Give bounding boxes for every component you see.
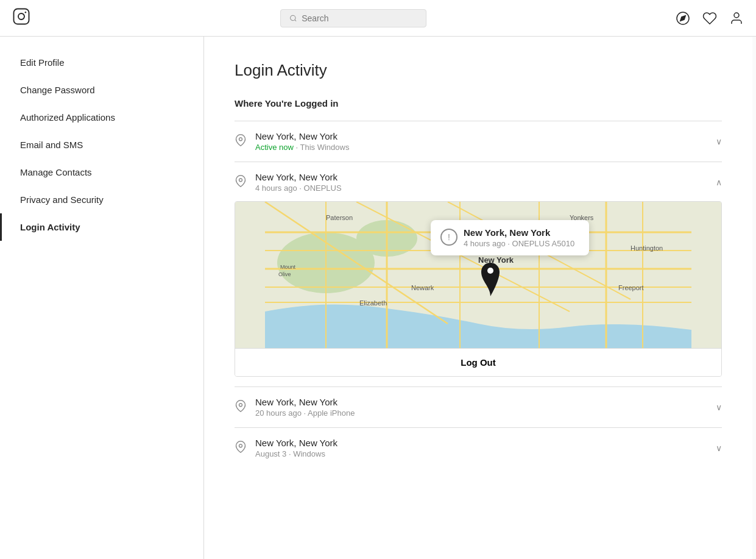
main-content: Login Activity Where You're Logged in Ne… [204, 37, 752, 559]
login-item-4: New York, New York August 3 · Windows ∨ [235, 427, 722, 468]
location-icon-2 [235, 175, 247, 190]
svg-point-8 [239, 137, 242, 140]
svg-point-3 [290, 15, 295, 20]
sidebar: Edit Profile Change Password Authorized … [0, 37, 204, 559]
svg-text:Olive: Olive [278, 271, 291, 277]
login-item-3: New York, New York 20 hours ago · Apple … [235, 386, 722, 427]
svg-point-39 [239, 444, 242, 447]
login-city-4: New York, New York [255, 438, 337, 448]
login-item-2: New York, New York 4 hours ago · ONEPLUS… [235, 162, 722, 386]
compass-icon-button[interactable] [676, 11, 690, 26]
login-sub-3: 20 hours ago · Apple iPhone [255, 408, 355, 418]
search-icon [289, 14, 297, 23]
svg-marker-6 [680, 15, 685, 20]
login-sub-2: 4 hours ago · ONEPLUS [255, 183, 342, 193]
tooltip-city: New York, New York [464, 227, 574, 238]
map-area: Paterson Yonkers Huntington New York New… [235, 202, 721, 348]
page-title: Login Activity [235, 61, 722, 80]
search-input[interactable] [302, 13, 417, 23]
nav-icons-group [676, 11, 744, 26]
svg-text:Elizabeth: Elizabeth [359, 299, 387, 307]
tooltip-sub: 4 hours ago · ONEPLUS A5010 [464, 239, 574, 248]
sidebar-item-authorized-applications[interactable]: Authorized Applications [0, 104, 203, 131]
svg-text:Huntington: Huntington [631, 244, 663, 252]
section-heading: Where You're Logged in [235, 98, 722, 109]
login-item-2-header[interactable]: New York, New York 4 hours ago · ONEPLUS… [235, 172, 722, 193]
svg-text:Freeport: Freeport [618, 284, 644, 291]
svg-point-2 [25, 11, 27, 13]
login-item-4-header[interactable]: New York, New York August 3 · Windows ∨ [235, 438, 722, 458]
top-navigation [0, 0, 756, 37]
instagram-logo[interactable] [12, 7, 30, 29]
svg-text:Newark: Newark [411, 284, 434, 291]
sidebar-item-change-password[interactable]: Change Password [0, 76, 203, 104]
svg-rect-11 [265, 330, 691, 348]
logout-button[interactable]: Log Out [235, 348, 721, 376]
svg-text:Mount: Mount [280, 264, 296, 270]
svg-point-1 [18, 13, 24, 20]
svg-point-9 [239, 178, 242, 181]
svg-text:New York: New York [478, 255, 514, 265]
heart-icon-button[interactable] [702, 11, 717, 26]
svg-text:Paterson: Paterson [326, 214, 353, 221]
login-city-2: New York, New York [255, 172, 342, 182]
svg-point-7 [734, 13, 739, 18]
location-icon-4 [235, 441, 247, 456]
login-sub-4: August 3 · Windows [255, 449, 337, 458]
sidebar-item-email-and-sms[interactable]: Email and SMS [0, 131, 203, 158]
login-city-1: New York, New York [255, 131, 349, 141]
login-item-1: New York, New York Active now · This Win… [235, 121, 722, 162]
main-layout: Edit Profile Change Password Authorized … [0, 37, 756, 559]
profile-icon-button[interactable] [729, 11, 744, 26]
sidebar-item-login-activity[interactable]: Login Activity [0, 213, 203, 241]
location-icon-1 [235, 134, 247, 149]
sidebar-item-manage-contacts[interactable]: Manage Contacts [0, 158, 203, 186]
login-city-3: New York, New York [255, 397, 355, 407]
map-container: Paterson Yonkers Huntington New York New… [235, 201, 722, 377]
chevron-3: ∨ [716, 402, 722, 412]
chevron-4: ∨ [716, 443, 722, 453]
sidebar-item-privacy-and-security[interactable]: Privacy and Security [0, 186, 203, 213]
svg-point-38 [239, 403, 242, 406]
sidebar-item-edit-profile[interactable]: Edit Profile [0, 49, 203, 76]
login-item-1-header[interactable]: New York, New York Active now · This Win… [235, 131, 722, 152]
svg-line-4 [294, 20, 295, 21]
svg-rect-0 [14, 9, 29, 24]
tooltip-warning-icon: ! [440, 229, 457, 246]
login-item-3-header[interactable]: New York, New York 20 hours ago · Apple … [235, 397, 722, 418]
login-sub-1: Active now · This Windows [255, 143, 349, 152]
chevron-1: ∨ [716, 137, 722, 146]
map-tooltip: ! New York, New York 4 hours ago · ONEPL… [431, 220, 589, 255]
location-icon-3 [235, 400, 247, 415]
svg-point-37 [487, 268, 493, 274]
search-bar[interactable] [280, 9, 426, 27]
chevron-2: ∧ [716, 177, 722, 187]
